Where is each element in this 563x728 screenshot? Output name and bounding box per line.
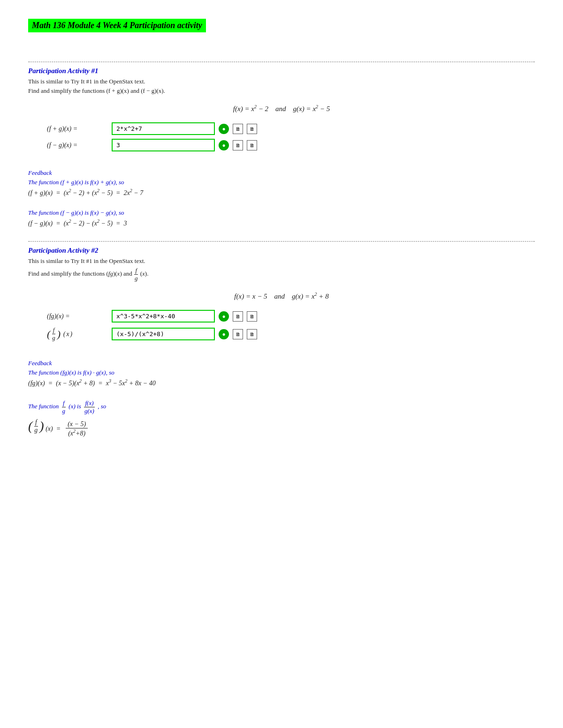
activity-2-feedback1-math: (fg)(x) = (x − 5)(x2 + 8) = x3 − 5x2 + 8… <box>28 378 535 387</box>
activity-1-desc1: This is similar to Try It #1 in the Open… <box>28 78 535 85</box>
activity-2-input-row-1: (fg)(x) = ● 🗎 🗎 <box>47 310 535 323</box>
activity-2-desc1: This is similar to Try It #1 in the Open… <box>28 257 535 265</box>
activity-1-section: Participation Activity #1 This is simila… <box>28 61 535 227</box>
activity-1-label-2: (f − g)(x) = <box>47 142 108 149</box>
activity-1-input-row-2: (f − g)(x) = ● 🗎 🗎 <box>47 139 535 151</box>
activity-2-label-1: (fg)(x) = <box>47 313 108 320</box>
activity-2-feedback1-text: The function (fg)(x) is f(x) · g(x), so <box>28 369 535 376</box>
activity-1-copy-1a[interactable]: 🗎 <box>233 124 243 134</box>
activity-1-given: f(x) = x2 − 2 and g(x) = x2 − 5 <box>28 104 535 113</box>
activity-1-input-row-1: (f + g)(x) = ● 🗎 🗎 <box>47 122 535 135</box>
activity-2-copy-1a[interactable]: 🗎 <box>233 311 243 322</box>
activity-1-check-2[interactable]: ● <box>219 140 229 150</box>
activity-2-feedback-label: Feedback <box>28 360 535 367</box>
activity-2-input-1[interactable] <box>112 310 215 323</box>
activity-1-feedback1-text: The function (f + g)(x) is f(x) + g(x), … <box>28 179 535 186</box>
activity-1-input-1[interactable] <box>112 122 215 135</box>
activity-2-check-2[interactable]: ● <box>219 329 229 339</box>
activity-2-check-1[interactable]: ● <box>219 311 229 322</box>
activity-1-copy-1b[interactable]: 🗎 <box>247 124 257 134</box>
activity-1-feedback1-math: (f + g)(x) = (x2 − 2) + (x2 − 5) = 2x2 −… <box>28 188 535 197</box>
activity-2-feedback2-text: The function f g (x) is f(x) g(x) , so <box>28 399 535 415</box>
activity-1-desc2: Find and simplify the functions (f + g)(… <box>28 87 535 95</box>
activity-2-input-row-2: ( f g ) (x) ● 🗎 🗎 <box>47 326 535 342</box>
activity-1-check-1[interactable]: ● <box>219 124 229 134</box>
activity-2-copy-1b[interactable]: 🗎 <box>247 311 257 322</box>
activity-1-feedback-label: Feedback <box>28 169 535 177</box>
activity-2-section: Participation Activity #2 This is simila… <box>28 241 535 437</box>
activity-1-input-2[interactable] <box>112 139 215 151</box>
activity-2-input-2[interactable] <box>112 328 215 340</box>
activity-2-label-2: ( f g ) (x) <box>47 326 108 342</box>
activity-1-title: Participation Activity #1 <box>28 67 535 75</box>
activity-2-given: f(x) = x − 5 and g(x) = x2 + 8 <box>28 292 535 300</box>
activity-1-feedback2-text: The function (f − g)(x) is f(x) − g(x), … <box>28 209 535 217</box>
activity-2-desc2: Find and simplify the functions (fg)(x) … <box>28 267 535 282</box>
activity-2-copy-2a[interactable]: 🗎 <box>233 329 243 339</box>
activity-2-feedback2-math: ( f g ) (x) = (x − 5) (x2+8) <box>28 419 535 437</box>
activity-1-copy-2a[interactable]: 🗎 <box>233 140 243 150</box>
activity-1-label-1: (f + g)(x) = <box>47 125 108 133</box>
activity-2-copy-2b[interactable]: 🗎 <box>247 329 257 339</box>
page-title: Math 136 Module 4 Week 4 Participation a… <box>28 19 206 32</box>
activity-2-title: Participation Activity #2 <box>28 247 535 255</box>
activity-1-feedback2-math: (f − g)(x) = (x2 − 2) − (x2 − 5) = 3 <box>28 218 535 227</box>
activity-1-copy-2b[interactable]: 🗎 <box>247 140 257 150</box>
